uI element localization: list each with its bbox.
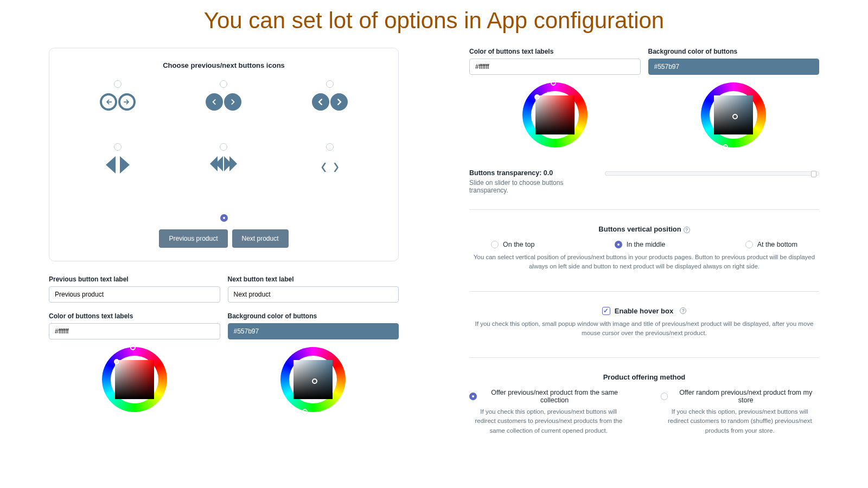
prev-input[interactable] (49, 286, 220, 303)
double-triangle-left-icon (210, 156, 223, 171)
bg-color-picker[interactable] (280, 347, 346, 412)
chevron-right-icon (330, 93, 348, 111)
transparency-label: Buttons transparency: 0.0 (469, 169, 583, 177)
text-color-picker[interactable] (102, 347, 167, 412)
text-color-input-r[interactable] (469, 59, 641, 75)
radio-icon[interactable] (220, 80, 227, 88)
chevron-left-icon (312, 93, 329, 111)
bg-color-label-r: Background color of buttons (648, 48, 820, 55)
position-bottom-option[interactable]: At the bottom (745, 241, 797, 248)
icon-option-outline-arrow[interactable] (100, 80, 136, 111)
hover-checkbox[interactable]: ✓ (602, 307, 610, 315)
radio-icon[interactable] (220, 143, 227, 151)
icon-option-filled-chevron-bold[interactable] (312, 80, 348, 111)
hover-desc: If you check this option, small popup wi… (469, 319, 819, 338)
position-section-title: Buttons vertical position? (469, 225, 819, 233)
chevron-left-icon (206, 93, 223, 111)
card-title: Choose previous/next buttons icons (65, 61, 383, 69)
text-color-label-r: Color of buttons text labels (469, 48, 641, 55)
next-label: Next button text label (228, 275, 399, 283)
next-product-button[interactable]: Next product (232, 229, 289, 248)
angle-left-icon: ‹ (321, 153, 327, 179)
right-column: Color of buttons text labels Background … (469, 48, 819, 455)
next-input[interactable] (228, 286, 399, 303)
icon-option-filled-chevron[interactable] (206, 80, 241, 111)
triangle-left-icon (106, 156, 116, 174)
text-color-label: Color of buttons text labels (49, 312, 220, 320)
angle-right-icon: › (333, 153, 339, 179)
transparency-slider[interactable] (605, 171, 819, 176)
offer-section-title: Product offering method (469, 373, 819, 381)
offer2-desc: If you check this option, previous/next … (661, 407, 820, 435)
triangle-right-icon (120, 156, 130, 174)
previous-product-button[interactable]: Previous product (159, 229, 227, 248)
offer1-desc: If you check this option, previous/next … (469, 407, 628, 435)
radio-icon-selected[interactable] (220, 214, 228, 222)
icon-option-double-triangle[interactable] (210, 143, 237, 176)
position-top-option[interactable]: On the top (491, 241, 534, 248)
offer-same-collection-option[interactable]: Offer previous/next product from the sam… (469, 389, 628, 404)
slider-thumb-icon[interactable] (811, 171, 816, 177)
offer-random-option[interactable]: Offer random previous/next product from … (661, 389, 820, 404)
chevron-right-icon (224, 93, 241, 111)
prev-label: Previous button text label (49, 275, 220, 283)
position-desc: You can select vertical position of prev… (469, 253, 819, 272)
position-middle-option[interactable]: In the middle (615, 241, 666, 248)
hover-label: Enable hover box (615, 307, 673, 315)
bg-color-label: Background color of buttons (228, 312, 399, 320)
double-triangle-right-icon (224, 156, 237, 171)
radio-icon[interactable] (326, 143, 334, 151)
arrow-right-icon (118, 93, 136, 111)
text-color-input[interactable] (49, 323, 220, 339)
transparency-desc: Slide on slider to choose buttons transp… (469, 179, 563, 194)
radio-icon[interactable] (326, 80, 334, 88)
bg-color-input[interactable] (228, 323, 399, 339)
left-column: Choose previous/next buttons icons (49, 48, 399, 455)
help-icon[interactable]: ? (680, 307, 686, 314)
arrow-left-icon (100, 93, 117, 111)
help-icon[interactable]: ? (684, 227, 690, 233)
page-title: You can set lot of options in App config… (0, 0, 868, 48)
bg-color-input-r[interactable] (648, 59, 820, 75)
icon-option-thin-chevron[interactable]: ‹ › (321, 143, 339, 176)
radio-icon[interactable] (114, 143, 122, 151)
icon-chooser-card: Choose previous/next buttons icons (49, 48, 399, 261)
text-color-picker-r[interactable] (522, 82, 588, 147)
icon-option-solid-triangle[interactable] (106, 143, 130, 176)
radio-icon[interactable] (114, 80, 122, 88)
bg-color-picker-r[interactable] (701, 82, 766, 147)
